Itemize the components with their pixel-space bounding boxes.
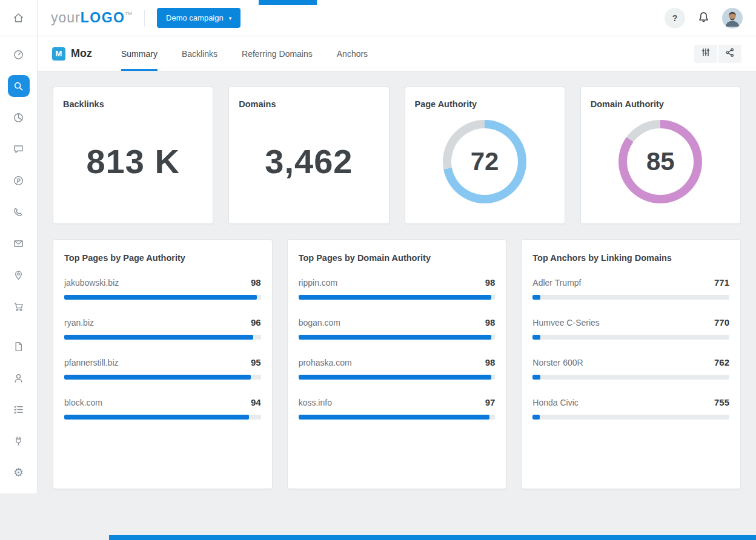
card-domains: Domains 3,462	[228, 87, 389, 224]
sidebar-item-search[interactable]	[8, 75, 30, 97]
sidebar-item-comments[interactable]	[8, 138, 30, 160]
list-item: Humvee C-Series770	[532, 317, 729, 340]
logo-prefix: your	[51, 10, 81, 26]
domain-authority-value: 85	[646, 147, 675, 176]
card-backlinks: Backlinks 813 K	[53, 87, 213, 224]
card-page-authority: Page Authority 72	[405, 87, 565, 224]
item-label: koss.info	[299, 398, 332, 407]
sidebar-nav: ⚙	[8, 36, 30, 493]
list-item: prohaska.com98	[299, 357, 496, 380]
list-item: rippin.com98	[299, 277, 496, 300]
card-title: Domains	[239, 99, 379, 109]
progress-bar	[64, 415, 261, 420]
sidebar-item-dashboard[interactable]	[8, 44, 30, 65]
item-value: 98	[485, 357, 496, 367]
card-domain-authority: Domain Authority 85	[580, 87, 741, 224]
sidebar-item-calls[interactable]	[8, 201, 30, 223]
sidebar-item-locations[interactable]	[8, 264, 30, 286]
list-item: pfannerstill.biz95	[64, 357, 261, 380]
bell-icon	[697, 16, 710, 25]
list-item: bogan.com98	[299, 317, 496, 340]
sidebar-item-integrations[interactable]	[8, 430, 30, 452]
document-icon	[13, 341, 24, 352]
sidebar: ⚙	[0, 0, 38, 493]
filter-button[interactable]	[694, 45, 717, 63]
filter-sliders-icon	[700, 47, 711, 60]
decorative-top-strip	[259, 0, 317, 5]
list-item: koss.info97	[299, 397, 496, 420]
progress-bar	[532, 295, 729, 300]
help-button[interactable]: ?	[665, 8, 685, 28]
progress-bar	[532, 375, 729, 380]
search-icon	[13, 81, 24, 92]
progress-bar	[64, 375, 261, 380]
sidebar-item-clients[interactable]	[8, 367, 30, 389]
sidebar-item-tasks[interactable]	[8, 398, 30, 420]
card-title: Domain Authority	[591, 99, 731, 109]
list-item: Honda Civic755	[532, 397, 729, 420]
item-value: 771	[714, 277, 729, 288]
item-label: prohaska.com	[299, 358, 352, 367]
tab-backlinks[interactable]: Backlinks	[170, 36, 230, 71]
item-label: pfannerstill.biz	[64, 358, 119, 367]
item-label: Humvee C-Series	[532, 318, 599, 328]
campaign-selector-button[interactable]: Demo campaign ▾	[157, 8, 240, 28]
item-value: 95	[251, 357, 261, 367]
sidebar-item-settings[interactable]: ⚙	[8, 461, 30, 483]
mail-icon	[13, 238, 24, 249]
stats-row: Backlinks 813 K Domains 3,462 Page Autho…	[53, 87, 741, 224]
decorative-bottom-strip	[109, 535, 756, 540]
dashboard-gauge-icon	[13, 49, 24, 61]
avatar[interactable]	[722, 8, 743, 28]
list-item: Norster 600R762	[532, 357, 729, 380]
progress-bar	[299, 295, 496, 300]
sidebar-item-home[interactable]	[0, 0, 38, 36]
main-content: Backlinks 813 K Domains 3,462 Page Autho…	[38, 71, 756, 540]
pie-chart-icon	[13, 112, 24, 123]
comment-icon	[13, 143, 24, 155]
item-value: 94	[251, 397, 261, 407]
sidebar-item-email[interactable]	[8, 232, 30, 254]
integration-identity: M Moz	[52, 47, 92, 61]
progress-bar	[299, 335, 496, 340]
progress-bar	[299, 415, 496, 420]
item-label: rippin.com	[299, 278, 338, 288]
item-label: bogan.com	[299, 318, 340, 328]
list-item: ryan.biz96	[64, 317, 261, 340]
app-logo: yourLOGOTM	[51, 10, 132, 26]
logo-trademark: TM	[125, 11, 132, 16]
plug-icon	[13, 435, 24, 447]
header-divider	[144, 10, 145, 27]
phone-icon	[13, 206, 24, 218]
sidebar-item-pinterest[interactable]	[8, 170, 30, 191]
lists-row: Top Pages by Page Authority jakubowski.b…	[53, 239, 741, 489]
card-top-anchors: Top Anchors by Linking Domains Adler Tru…	[521, 239, 741, 489]
progress-bar	[532, 415, 729, 420]
list-item: Adler Trumpf771	[532, 277, 729, 300]
backlinks-value: 813 K	[86, 142, 179, 181]
item-label: jakubowski.biz	[64, 278, 119, 288]
item-label: Honda Civic	[532, 398, 578, 407]
card-top-pages-domain-authority: Top Pages by Domain Authority rippin.com…	[287, 239, 507, 489]
progress-bar	[64, 295, 261, 300]
sidebar-item-ecommerce[interactable]	[8, 295, 30, 317]
sidebar-item-analytics[interactable]	[8, 107, 30, 128]
top-bar: yourLOGOTM Demo campaign ▾ ?	[38, 0, 756, 36]
progress-bar	[64, 335, 261, 340]
pinterest-icon	[13, 175, 24, 186]
card-title: Top Pages by Domain Authority	[299, 253, 496, 263]
progress-bar	[299, 375, 496, 380]
gear-icon: ⚙	[13, 467, 24, 478]
item-value: 770	[714, 317, 729, 328]
page-authority-donut-chart: 72	[443, 120, 526, 203]
tab-referring-domains[interactable]: Referring Domains	[230, 36, 325, 71]
notifications-button[interactable]	[695, 8, 712, 28]
sidebar-item-reports[interactable]	[8, 335, 30, 357]
tab-anchors[interactable]: Anchors	[325, 36, 380, 71]
share-button[interactable]	[718, 45, 741, 63]
location-icon	[13, 269, 24, 281]
home-icon	[13, 12, 24, 24]
tab-summary[interactable]: Summary	[109, 36, 170, 71]
list-item: block.com94	[64, 397, 261, 420]
domain-authority-donut-chart: 85	[618, 120, 702, 203]
